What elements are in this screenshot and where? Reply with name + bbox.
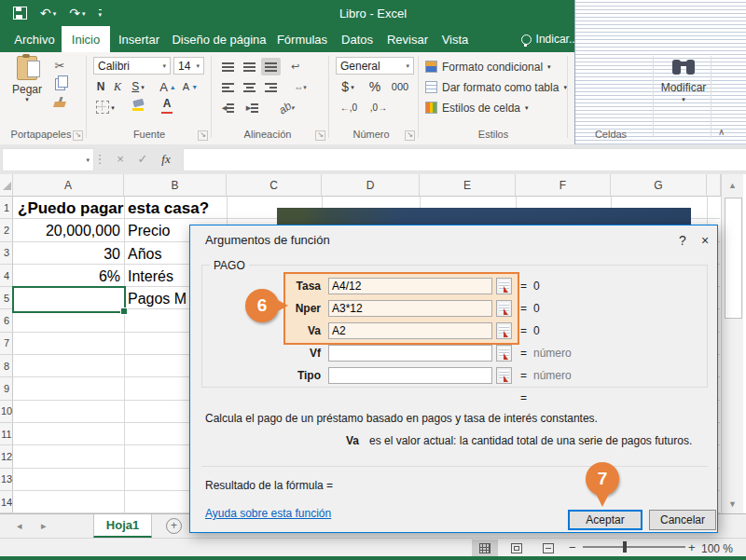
field-input-nper[interactable] <box>328 300 492 317</box>
column-header-b[interactable]: B <box>124 174 227 197</box>
tab-insertar[interactable]: Insertar <box>110 26 168 52</box>
scroll-down-icon[interactable]: ▼ <box>722 495 743 513</box>
cell-a3[interactable]: 30 <box>13 243 120 266</box>
sheet-next-icon[interactable]: ▸ <box>41 520 47 532</box>
align-center-button[interactable] <box>240 78 259 96</box>
cell-a1[interactable]: ¿Puedo pagar esta casa? <box>18 198 209 220</box>
range-selector-tasa[interactable] <box>496 278 512 294</box>
insert-function-button[interactable]: fx <box>155 148 177 170</box>
row-header-9[interactable]: 9 <box>0 377 13 400</box>
column-header-f[interactable]: F <box>516 174 611 197</box>
chevron-down-icon[interactable]: ▾ <box>82 10 86 17</box>
dialog-close-button[interactable]: × <box>696 231 714 250</box>
field-input-va[interactable] <box>328 322 492 339</box>
font-name-combo[interactable]: Calibri▾ <box>93 57 171 75</box>
merge-center-button[interactable]: ⇔▾ <box>285 78 315 96</box>
number-dialog-launcher[interactable]: ↘ <box>405 130 415 141</box>
zoom-slider-handle[interactable] <box>623 541 627 553</box>
accept-button[interactable]: Aceptar <box>568 510 642 530</box>
zoom-slider-track[interactable] <box>583 546 685 548</box>
tab-archivo[interactable]: Archivo <box>7 26 62 52</box>
shrink-font-button[interactable]: A▼ <box>181 78 200 95</box>
scroll-up-icon[interactable]: ▲ <box>722 176 743 195</box>
fill-color-button[interactable] <box>125 97 151 114</box>
row-header-8[interactable]: 8 <box>0 355 13 377</box>
tab-diseno-de-pagina[interactable]: Diseño de página <box>168 26 270 52</box>
cancel-entry-button[interactable]: × <box>110 148 131 170</box>
chevron-down-icon[interactable]: ▾ <box>303 84 307 90</box>
format-painter-button[interactable] <box>50 97 69 112</box>
increase-indent-button[interactable]: ▸ <box>242 99 262 116</box>
cell-styles-button[interactable]: Estilos de celda▾ <box>425 99 529 116</box>
zoom-in-button[interactable]: + <box>688 540 696 554</box>
range-selector-nper[interactable] <box>496 300 512 317</box>
chevron-down-icon[interactable]: ▾ <box>86 157 90 163</box>
row-header-1[interactable]: 1 <box>0 197 13 219</box>
number-format-combo[interactable]: General▾ <box>336 57 414 75</box>
row-header-5[interactable]: 5 <box>0 287 13 309</box>
align-right-button[interactable] <box>261 78 281 96</box>
percent-format-button[interactable]: % <box>366 78 384 95</box>
clipboard-dialog-launcher[interactable]: ↘ <box>73 130 83 141</box>
chevron-down-icon[interactable]: ▾ <box>351 84 354 90</box>
add-sheet-button[interactable]: + <box>166 518 182 534</box>
column-header-e[interactable]: E <box>420 174 516 197</box>
currency-format-button[interactable]: $▾ <box>336 78 360 95</box>
align-bottom-button[interactable] <box>261 58 281 75</box>
fill-handle[interactable] <box>120 307 128 315</box>
format-as-table-button[interactable]: Dar formato como tabla▾ <box>425 78 567 96</box>
chevron-down-icon[interactable]: ▾ <box>141 84 145 90</box>
page-layout-view-button[interactable] <box>504 540 530 556</box>
cell-a4[interactable]: 6% <box>13 266 120 288</box>
wrap-text-button[interactable]: ↩ <box>285 58 305 75</box>
align-middle-button[interactable] <box>240 58 259 75</box>
dialog-help-button[interactable]: ? <box>673 231 692 250</box>
align-left-button[interactable] <box>218 78 238 96</box>
help-link[interactable]: Ayuda sobre esta función <box>205 507 331 520</box>
conditional-formatting-button[interactable]: Formato condicional▾ <box>425 58 551 75</box>
undo-button[interactable]: ↶▾ <box>40 6 56 20</box>
bold-button[interactable]: N <box>93 78 108 95</box>
range-selector-vf[interactable] <box>496 345 512 362</box>
row-header-10[interactable]: 10 <box>0 401 13 423</box>
chevron-down-icon[interactable]: ▾ <box>111 104 115 111</box>
cell-b4[interactable]: Interés <box>128 266 173 288</box>
font-color-button[interactable]: A <box>155 97 179 114</box>
decrease-indent-button[interactable]: ◂ <box>218 99 238 116</box>
cell-b3[interactable]: Años <box>128 243 161 266</box>
redo-button[interactable]: ↷▾ <box>69 6 85 20</box>
tab-formulas[interactable]: Fórmulas <box>270 26 334 52</box>
paste-button[interactable]: Pegar ▾ <box>7 56 47 102</box>
tab-revisar[interactable]: Revisar <box>380 26 435 52</box>
formula-input[interactable] <box>183 148 746 171</box>
align-top-button[interactable] <box>218 58 238 75</box>
normal-view-button[interactable] <box>472 540 498 556</box>
collapse-ribbon-button[interactable]: ∧ <box>718 127 725 137</box>
row-header-11[interactable]: 11 <box>0 423 13 445</box>
font-size-combo[interactable]: 14▾ <box>173 57 204 75</box>
row-header-12[interactable]: 12 <box>0 445 13 468</box>
enter-entry-button[interactable]: ✓ <box>132 148 153 170</box>
scrollbar-thumb[interactable] <box>725 198 742 319</box>
cell-a2[interactable]: 20,000,000 <box>13 220 120 242</box>
row-header-2[interactable]: 2 <box>0 219 13 241</box>
copy-button[interactable] <box>50 76 69 91</box>
grow-font-button[interactable]: A▲ <box>159 78 177 95</box>
field-input-tipo[interactable] <box>328 367 492 384</box>
range-selector-tipo[interactable] <box>496 367 512 384</box>
sheet-prev-icon[interactable]: ◂ <box>17 520 22 532</box>
row-header-14[interactable]: 14 <box>0 491 13 513</box>
column-header-d[interactable]: D <box>322 174 420 197</box>
row-header-4[interactable]: 4 <box>0 265 13 287</box>
column-header-a[interactable]: A <box>13 174 124 197</box>
vertical-scrollbar[interactable]: ▲ ▼ <box>721 174 743 513</box>
formula-bar-handle[interactable]: ⋮ <box>93 148 106 170</box>
name-box[interactable]: ▾ <box>2 148 94 171</box>
underline-button[interactable]: S▾ <box>127 78 149 95</box>
column-header-c[interactable]: C <box>227 174 322 197</box>
row-header-13[interactable]: 13 <box>0 469 13 491</box>
row-header-6[interactable]: 6 <box>0 310 13 333</box>
page-break-view-button[interactable] <box>535 540 561 556</box>
increase-decimal-button[interactable]: ←,0 <box>336 99 362 116</box>
orientation-button[interactable]: ab▾ <box>272 99 300 116</box>
